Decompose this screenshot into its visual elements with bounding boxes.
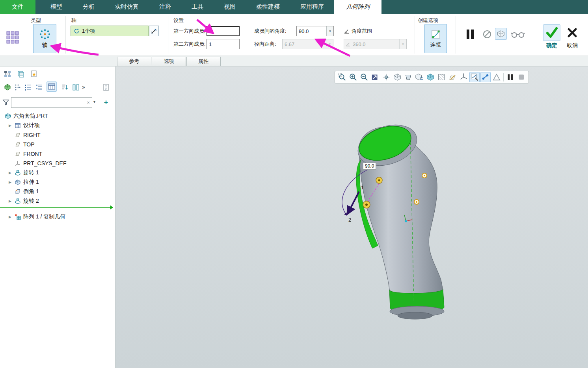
sort-filter-icon[interactable] xyxy=(60,82,70,92)
ok-button[interactable] xyxy=(543,24,560,41)
chevron-down-icon[interactable]: ▾ xyxy=(326,26,333,36)
geometry-points-icon[interactable] xyxy=(480,72,491,82)
tree-item-front-plane[interactable]: FRONT xyxy=(8,149,42,159)
angle-between-dropdown[interactable]: 90.0 ▾ xyxy=(296,26,334,36)
model-tree-view-icon[interactable] xyxy=(2,69,13,79)
tab-tools[interactable]: 工具 xyxy=(181,0,214,14)
cancel-button-label[interactable]: 取消 xyxy=(564,42,581,49)
repaint-icon[interactable] xyxy=(370,72,380,82)
tree-item-chamfer-1[interactable]: 倒角 1 xyxy=(8,187,39,196)
clear-filter-icon[interactable]: × xyxy=(85,100,92,105)
tree-item-right-plane[interactable]: RIGHT xyxy=(8,130,41,140)
expander-icon[interactable]: ▶ xyxy=(8,199,12,203)
attach-button[interactable]: 连接 xyxy=(424,24,447,53)
tab-live-simulation[interactable]: 实时仿真 xyxy=(105,0,149,14)
datum-display-filters-icon[interactable] xyxy=(469,72,480,82)
annotation-display-icon[interactable] xyxy=(458,72,469,82)
direction2-label: 2 xyxy=(348,217,351,223)
pause-updates-icon[interactable] xyxy=(505,72,515,82)
tree-item-design-items[interactable]: ▶ 设计项 xyxy=(8,121,40,130)
tab-applications[interactable]: 应用程序 xyxy=(290,0,334,14)
analysis-warning-icon[interactable] xyxy=(491,72,502,82)
axis-pattern-button[interactable]: 轴 xyxy=(33,24,56,53)
tab-file[interactable]: 文件 xyxy=(0,0,35,14)
angle-range-dropdown: 360.0 ▾ xyxy=(344,39,407,49)
group-divider xyxy=(456,16,456,54)
tree-item-revolve-1[interactable]: ▶ 旋转 1 xyxy=(8,168,39,178)
tab-analysis[interactable]: 分析 xyxy=(73,0,105,14)
saved-orientations-icon[interactable] xyxy=(414,72,424,82)
appearances-icon[interactable] xyxy=(425,72,435,82)
tree-item-label: PRT_CSYS_DEF xyxy=(23,160,66,166)
tree-favorites-icon[interactable] xyxy=(29,69,39,79)
angle-dimension-label[interactable]: 90.0 xyxy=(363,163,376,170)
angle-between-value: 90.0 xyxy=(297,28,326,34)
tab-options[interactable]: 选项 xyxy=(152,57,186,66)
tab-references[interactable]: 参考 xyxy=(117,57,151,66)
first-direction-input[interactable]: 4 xyxy=(207,26,240,36)
perspective-icon[interactable] xyxy=(403,72,413,82)
pause-button[interactable] xyxy=(465,29,475,40)
layer-tree-icon[interactable] xyxy=(16,69,26,79)
angle-icon xyxy=(344,42,351,47)
preview-geometry-button[interactable] xyxy=(495,28,507,40)
zoom-out-icon[interactable] xyxy=(359,72,369,82)
second-direction-input[interactable]: 1 xyxy=(207,39,240,49)
axis-collector-value: 1个项 xyxy=(82,28,95,35)
tab-annotate[interactable]: 注释 xyxy=(149,0,181,14)
expander-icon[interactable]: ▶ xyxy=(8,171,12,175)
axis-pattern-button-label: 轴 xyxy=(42,42,48,49)
tree-item-csys[interactable]: PRT_CSYS_DEF xyxy=(8,159,66,168)
insertion-locator-line[interactable] xyxy=(0,207,113,208)
section-icon[interactable] xyxy=(436,72,447,82)
insertion-locator-arrow xyxy=(110,205,113,209)
axis-reference-collector[interactable]: 1个项 xyxy=(71,26,149,36)
tree-report-icon[interactable] xyxy=(101,82,111,92)
tree-filter-input[interactable] xyxy=(11,100,85,105)
tab-model[interactable]: 模型 xyxy=(40,0,73,14)
group-divider xyxy=(537,16,537,54)
tree-item-pattern-1[interactable]: ▶ 阵列 1 / 复制几何 xyxy=(8,212,65,222)
menubar: 文件 模型 分析 实时仿真 注释 工具 视图 柔性建模 应用程序 几何阵列 xyxy=(0,0,588,14)
tab-properties[interactable]: 属性 xyxy=(186,57,221,66)
dashboard-tabstrip: 参考 选项 属性 xyxy=(0,55,588,67)
toolbar-overflow-icon[interactable]: » xyxy=(82,84,85,90)
geometry-pattern-ribbon: 类型 轴 轴 1个项 xyxy=(0,14,588,55)
show-settings-icon[interactable] xyxy=(2,82,13,92)
add-filter-icon[interactable]: + xyxy=(102,97,110,108)
spin-center-icon[interactable] xyxy=(381,72,391,82)
angle-range-text: 角度范围 xyxy=(352,26,372,36)
expander-icon[interactable]: ▶ xyxy=(8,124,12,128)
list-view-icon[interactable] xyxy=(23,82,33,92)
tab-flexible-modeling[interactable]: 柔性建模 xyxy=(246,0,290,14)
tab-view[interactable]: 视图 xyxy=(214,0,246,14)
glasses-verify-icon[interactable] xyxy=(511,31,525,38)
toolbar-divider xyxy=(503,73,504,81)
chamfer-icon xyxy=(15,189,21,195)
grid-view-button[interactable] xyxy=(47,81,57,92)
filter-dropdown-icon[interactable]: ▾ xyxy=(93,100,95,104)
tab-geometry-pattern[interactable]: 几何阵列 xyxy=(334,0,381,14)
collector-select-button[interactable] xyxy=(149,26,159,36)
ok-button-label[interactable]: 确定 xyxy=(543,42,560,49)
cancel-button[interactable] xyxy=(567,27,578,38)
zoom-region-icon[interactable] xyxy=(337,72,347,82)
tree-item-revolve-2[interactable]: ▶ 旋转 2 xyxy=(8,196,39,206)
detail-list-icon[interactable] xyxy=(34,82,44,92)
chevron-down-icon: ▾ xyxy=(399,39,406,49)
tree-item-extrude-1[interactable]: ▶ 拉伸 1 xyxy=(8,178,39,187)
column-settings-icon[interactable] xyxy=(71,82,81,92)
expander-icon[interactable]: ▶ xyxy=(8,180,12,184)
tree-item-label: 旋转 1 xyxy=(23,169,39,176)
display-style-icon[interactable] xyxy=(392,72,402,82)
filter-funnel-icon xyxy=(1,97,11,107)
tree-columns-icon[interactable] xyxy=(13,82,23,92)
datum-display-icon[interactable] xyxy=(447,72,458,82)
tree-item-part-root[interactable]: 六角套筒.PRT xyxy=(5,111,48,121)
tree-item-top-plane[interactable]: TOP xyxy=(8,140,35,149)
graphics-area[interactable]: 90.0 1 2 xyxy=(115,67,588,368)
expander-icon[interactable]: ▶ xyxy=(8,215,12,219)
datum-plane-icon xyxy=(15,141,21,148)
no-preview-icon[interactable] xyxy=(482,30,492,39)
zoom-in-icon[interactable] xyxy=(348,72,358,82)
